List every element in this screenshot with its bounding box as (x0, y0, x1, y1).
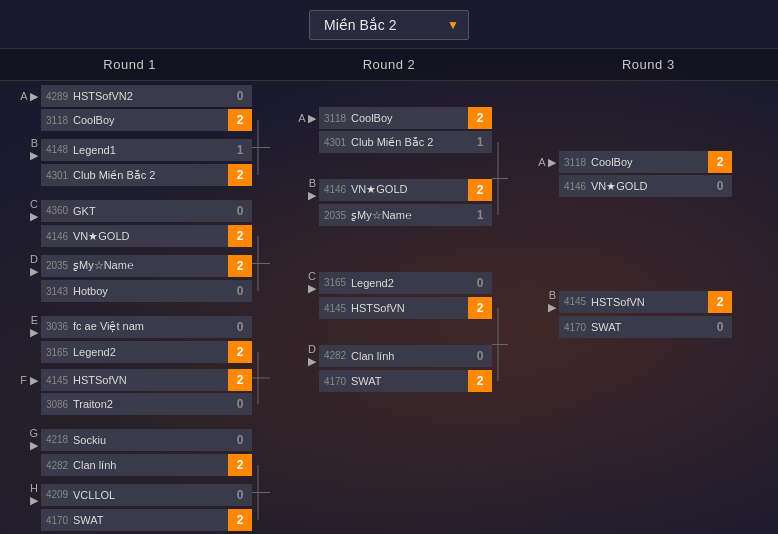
team-score: 2 (228, 225, 252, 247)
team-row: 3086Traiton20 (41, 393, 252, 415)
team-id: 2035 (41, 260, 73, 271)
team-id: 3118 (559, 157, 591, 168)
team-id: 4146 (559, 181, 591, 192)
team-name: GKT (73, 205, 228, 217)
team-id: 3165 (319, 277, 351, 288)
team-id: 4146 (41, 231, 73, 242)
match-entry: D ▶2035ʂMy☆Nam℮2 (20, 253, 252, 278)
match-entry: 4282Clan lính2 (20, 454, 252, 476)
team-score: 2 (228, 164, 252, 186)
team-row: 2035ʂMy☆Nam℮1 (319, 204, 492, 226)
team-id: 4218 (41, 434, 73, 445)
team-id: 3086 (41, 399, 73, 410)
match-entry: 4301Club Miền Bắc 21 (298, 131, 492, 153)
region-select[interactable]: Miền Bắc 2 (309, 10, 469, 40)
match-entry: B ▶4145HSTSofVN2 (538, 289, 732, 314)
match-entry: 4170SWAT2 (20, 509, 252, 531)
team-score: 0 (708, 175, 732, 197)
match-entry: 4146VN★GOLD2 (20, 225, 252, 247)
group-label: D ▶ (20, 253, 38, 278)
team-score: 2 (468, 297, 492, 319)
team-row: 4209VCLLOL0 (41, 484, 252, 506)
team-row: 4145HSTSofVN2 (41, 369, 252, 391)
match-entry: G ▶4218Sockiu0 (20, 427, 252, 452)
match-entry: A ▶3118CoolBoy2 (538, 151, 732, 173)
team-score: 0 (228, 85, 252, 107)
team-row: 3036fc ae Việt nam0 (41, 316, 252, 338)
team-id: 4301 (41, 170, 73, 181)
match-pair: D ▶2035ʂMy☆Nam℮23143Hotboy0 (20, 253, 252, 302)
team-row: 4170SWAT2 (319, 370, 492, 392)
team-row: 4145HSTSofVN2 (319, 297, 492, 319)
team-score: 2 (228, 369, 252, 391)
match-pair: A ▶4289HSTSofVN203118CoolBoy2 (20, 85, 252, 131)
team-row: 4301Club Miền Bắc 21 (319, 131, 492, 153)
team-score: 2 (468, 107, 492, 129)
team-id: 4301 (319, 137, 351, 148)
match-entry: 4170SWAT0 (538, 316, 732, 338)
team-score: 2 (468, 370, 492, 392)
team-id: 2035 (319, 210, 351, 221)
round1-column: A ▶4289HSTSofVN203118CoolBoy2B ▶4148Lege… (0, 85, 260, 534)
top-bar: Miền Bắc 2 ▼ (0, 0, 778, 48)
team-row: 4146VN★GOLD2 (41, 225, 252, 247)
bracket-area: A ▶4289HSTSofVN203118CoolBoy2B ▶4148Lege… (0, 81, 778, 534)
team-name: fc ae Việt nam (73, 320, 228, 333)
match-pair: C ▶4360GKT04146VN★GOLD2 (20, 198, 252, 247)
team-id: 4209 (41, 489, 73, 500)
match-entry: B ▶4148Legend11 (20, 137, 252, 162)
team-row: 4301Club Miền Bắc 22 (41, 164, 252, 186)
team-row: 4146VN★GOLD2 (319, 179, 492, 201)
team-row: 4289HSTSofVN20 (41, 85, 252, 107)
team-name: CoolBoy (591, 156, 708, 168)
team-score: 2 (708, 151, 732, 173)
team-name: ʂMy☆Nam℮ (73, 259, 228, 272)
match-entry: H ▶4209VCLLOL0 (20, 482, 252, 507)
match-entry: 3086Traiton20 (20, 393, 252, 415)
match-pair: F ▶4145HSTSofVN23086Traiton20 (20, 369, 252, 415)
round1-header: Round 1 (0, 49, 259, 80)
team-row: 4170SWAT0 (559, 316, 732, 338)
team-row: 2035ʂMy☆Nam℮2 (41, 255, 252, 277)
team-score: 0 (228, 280, 252, 302)
match-entry: 3143Hotboy0 (20, 280, 252, 302)
match-entry: A ▶3118CoolBoy2 (298, 107, 492, 129)
team-id: 3118 (319, 113, 351, 124)
team-score: 2 (708, 291, 732, 313)
team-name: SWAT (591, 321, 708, 333)
team-score: 0 (228, 200, 252, 222)
round3-column: A ▶3118CoolBoy24146VN★GOLD0B ▶4145HSTSof… (530, 85, 740, 534)
match-pair: B ▶4145HSTSofVN24170SWAT0 (538, 289, 732, 338)
team-id: 4289 (41, 91, 73, 102)
team-score: 2 (228, 454, 252, 476)
team-row: 4146VN★GOLD0 (559, 175, 732, 197)
team-name: Legend2 (73, 346, 228, 358)
team-id: 3143 (41, 286, 73, 297)
match-pair: D ▶4282Clan lính04170SWAT2 (298, 343, 492, 392)
team-row: 4145HSTSofVN2 (559, 291, 732, 313)
team-score: 0 (708, 316, 732, 338)
team-id: 3165 (41, 347, 73, 358)
match-entry: F ▶4145HSTSofVN2 (20, 369, 252, 391)
team-score: 0 (228, 429, 252, 451)
group-label: A ▶ (298, 112, 316, 125)
group-label: D ▶ (298, 343, 316, 368)
match-pair: B ▶4146VN★GOLD22035ʂMy☆Nam℮1 (298, 177, 492, 226)
team-row: 3165Legend22 (41, 341, 252, 363)
team-name: Traiton2 (73, 398, 228, 410)
team-row: 4148Legend11 (41, 139, 252, 161)
team-id: 4145 (41, 375, 73, 386)
team-row: 4170SWAT2 (41, 509, 252, 531)
team-name: Clan lính (351, 350, 468, 362)
team-id: 4148 (41, 144, 73, 155)
team-name: SWAT (351, 375, 468, 387)
match-pair: H ▶4209VCLLOL04170SWAT2 (20, 482, 252, 531)
team-name: SWAT (73, 514, 228, 526)
group-label: A ▶ (20, 90, 38, 103)
team-score: 1 (468, 131, 492, 153)
round2-column: A ▶3118CoolBoy24301Club Miền Bắc 21B ▶41… (290, 85, 500, 534)
region-dropdown-wrapper[interactable]: Miền Bắc 2 ▼ (309, 10, 469, 40)
team-id: 4282 (41, 460, 73, 471)
match-entry: 2035ʂMy☆Nam℮1 (298, 204, 492, 226)
team-score: 0 (228, 316, 252, 338)
